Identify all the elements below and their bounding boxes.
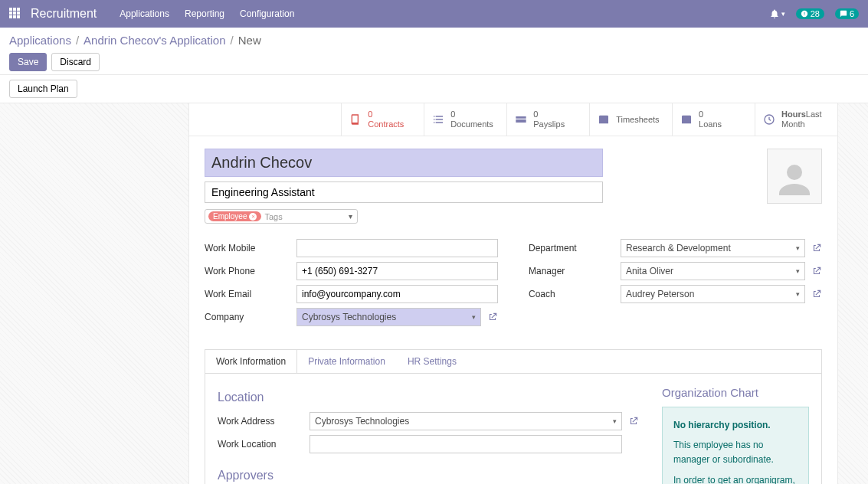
top-nav: Recruitment Applications Reporting Confi… [0, 0, 868, 28]
department-select[interactable]: Research & Development▾ [621, 239, 805, 257]
toolbar: Launch Plan [0, 75, 868, 103]
external-link-icon[interactable] [811, 266, 822, 276]
company-select[interactable]: Cybrosys Technologies▾ [296, 308, 481, 326]
stat-timesheets[interactable]: Timesheets [589, 103, 672, 136]
breadcrumb-item[interactable]: Andrin Checov's Application [84, 34, 225, 47]
svg-rect-3 [9, 11, 12, 15]
svg-rect-1 [13, 8, 16, 11]
work-location-label: Work Location [218, 439, 310, 450]
discard-button[interactable]: Discard [51, 53, 100, 71]
subheader: Applications / Andrin Checov's Applicati… [0, 28, 868, 75]
calendar-icon [598, 113, 610, 126]
apps-icon[interactable] [9, 8, 21, 20]
job-title-input[interactable] [205, 182, 603, 203]
work-address-select[interactable]: Cybrosys Technologies▾ [310, 412, 622, 430]
menu-reporting[interactable]: Reporting [185, 8, 224, 19]
tab-bar: Work Information Private Information HR … [205, 349, 822, 373]
department-label: Department [529, 243, 621, 253]
org-chart-notice: No hierarchy position. This employee has… [662, 407, 809, 484]
svg-rect-7 [13, 15, 16, 18]
clock-icon [763, 113, 775, 126]
breadcrumb-current: New [238, 34, 261, 47]
employee-name-input[interactable] [205, 149, 603, 177]
svg-rect-4 [13, 11, 16, 15]
company-label: Company [205, 312, 296, 322]
work-mobile-input[interactable] [296, 239, 498, 257]
top-menu: Applications Reporting Configuration [120, 8, 294, 19]
stat-loans[interactable]: 0Loans [672, 103, 755, 136]
form-sheet: 0Contracts 0Documents 0Payslips Timeshee… [188, 103, 838, 484]
work-phone-input[interactable] [296, 262, 498, 280]
svg-rect-2 [17, 8, 20, 11]
external-link-icon[interactable] [811, 289, 822, 299]
list-icon [432, 113, 444, 126]
svg-rect-8 [17, 15, 20, 18]
manager-select[interactable]: Anita Oliver▾ [621, 262, 805, 280]
tab-private-information[interactable]: Private Information [297, 350, 397, 373]
messaging-badge[interactable]: 6 [835, 8, 859, 19]
menu-configuration[interactable]: Configuration [240, 8, 294, 19]
tags-placeholder: Tags [264, 212, 282, 221]
stat-contracts[interactable]: 0Contracts [341, 103, 424, 136]
work-email-input[interactable] [296, 285, 498, 303]
launch-plan-button[interactable]: Launch Plan [9, 80, 77, 98]
menu-applications[interactable]: Applications [120, 8, 169, 19]
stat-payslips[interactable]: 0Payslips [506, 103, 589, 136]
card-icon [515, 113, 527, 126]
work-mobile-label: Work Mobile [205, 243, 296, 253]
location-heading: Location [218, 391, 639, 404]
approvers-heading: Approvers [218, 469, 639, 482]
svg-rect-0 [9, 8, 12, 11]
book-icon [349, 113, 362, 126]
tab-panel-work-info: Location Work Address Cybrosys Technolog… [205, 373, 822, 484]
breadcrumb-item[interactable]: Applications [9, 34, 71, 47]
external-link-icon[interactable] [811, 243, 822, 253]
tags-field[interactable]: Employee× Tags ▾ [205, 209, 358, 224]
work-phone-label: Work Phone [205, 266, 296, 276]
stat-spacer [189, 103, 341, 136]
tag-chip[interactable]: Employee× [208, 211, 261, 221]
save-button[interactable]: Save [9, 53, 47, 71]
coach-label: Coach [529, 289, 621, 299]
work-location-input[interactable] [310, 435, 622, 453]
svg-rect-6 [9, 15, 12, 18]
stat-buttons: 0Contracts 0Documents 0Payslips Timeshee… [189, 103, 837, 136]
stat-hours[interactable]: HoursLast Month [755, 103, 837, 136]
coach-select[interactable]: Audrey Peterson▾ [621, 285, 805, 303]
tab-hr-settings[interactable]: HR Settings [397, 350, 468, 373]
external-link-icon[interactable] [628, 416, 639, 427]
tab-work-information[interactable]: Work Information [205, 350, 297, 373]
work-address-label: Work Address [218, 416, 310, 427]
remove-tag-icon[interactable]: × [249, 213, 257, 221]
org-chart-heading: Organization Chart [662, 386, 809, 399]
avatar-placeholder[interactable] [767, 149, 822, 204]
svg-rect-5 [17, 11, 20, 15]
chevron-down-icon[interactable]: ▾ [349, 212, 352, 221]
app-title[interactable]: Recruitment [31, 7, 97, 21]
notifications-icon[interactable]: ▾ [769, 8, 785, 19]
calendar-icon [680, 113, 693, 126]
breadcrumb: Applications / Andrin Checov's Applicati… [9, 34, 859, 47]
external-link-icon[interactable] [487, 312, 498, 322]
work-email-label: Work Email [205, 289, 296, 299]
manager-label: Manager [529, 266, 621, 276]
activity-badge[interactable]: 28 [796, 8, 824, 19]
stat-documents[interactable]: 0Documents [424, 103, 506, 136]
